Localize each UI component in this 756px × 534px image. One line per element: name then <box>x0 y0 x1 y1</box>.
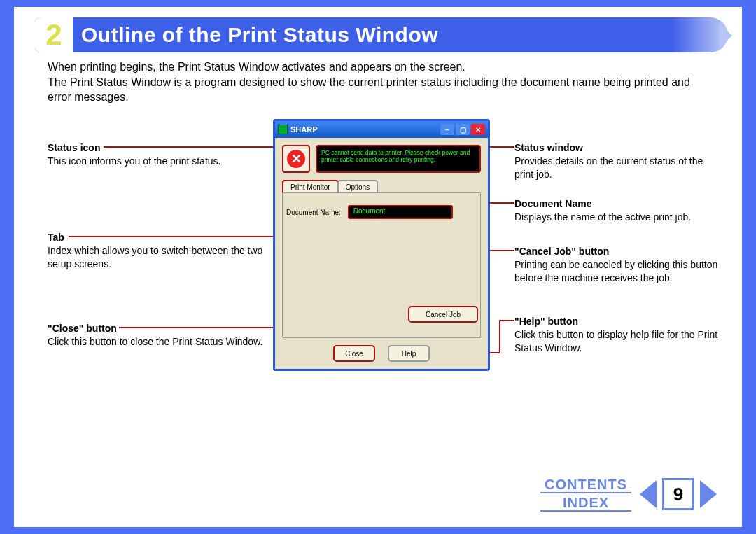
callout-title: Status icon <box>48 142 100 153</box>
leader-line <box>499 320 500 352</box>
callout-title: "Help" button <box>514 316 578 327</box>
section-banner: 2 Outline of the Print Status Window <box>35 17 728 52</box>
intro-p2: The Print Status Window is a program des… <box>48 76 690 104</box>
callout-desc: Click this button to close the Print Sta… <box>48 335 265 349</box>
intro-p1: When printing begins, the Print Status W… <box>48 61 465 73</box>
window-titlebar[interactable]: SHARP – ▢ ✕ <box>275 121 488 138</box>
callout-title: "Close" button <box>48 323 117 334</box>
close-window-button[interactable]: ✕ <box>471 124 485 135</box>
leader-line <box>499 320 514 321</box>
callout-desc: This icon informs you of the print statu… <box>48 155 265 168</box>
tab-bar: Print Monitor Options <box>282 180 377 193</box>
minimize-button[interactable]: – <box>440 124 454 135</box>
intro-text: When printing begins, the Print Status W… <box>48 59 714 105</box>
status-message: PC cannot send data to printer. Please c… <box>316 145 481 173</box>
callout-desc: Click this button to display help file f… <box>514 328 724 355</box>
cancel-job-button[interactable]: Cancel Job <box>408 306 478 323</box>
callout-desc: Printing can be canceled by clicking thi… <box>514 258 724 285</box>
callout-desc: Index which allows you to switch between… <box>48 244 265 271</box>
leader-line <box>104 146 280 148</box>
contents-link[interactable]: CONTENTS <box>540 477 631 493</box>
section-title: Outline of the Print Status Window <box>81 23 438 47</box>
banner-arrow-icon <box>720 23 732 48</box>
document-name-label: Document Name: <box>286 209 341 216</box>
app-icon <box>278 125 288 134</box>
next-page-button[interactable] <box>700 480 717 508</box>
footer-nav: CONTENTS INDEX 9 <box>540 477 717 512</box>
callout-title: Status window <box>514 142 583 153</box>
page-number: 9 <box>662 478 694 510</box>
callout-help: "Help" button Click this button to displ… <box>514 315 724 355</box>
callout-status-icon: Status icon This icon informs you of the… <box>48 141 265 168</box>
index-link[interactable]: INDEX <box>540 495 631 512</box>
status-icon: ✕ <box>282 145 310 173</box>
leader-line <box>69 236 288 237</box>
error-icon: ✕ <box>287 150 305 168</box>
callout-title: Document Name <box>514 198 592 209</box>
maximize-button[interactable]: ▢ <box>456 124 470 135</box>
tab-options[interactable]: Options <box>337 180 378 193</box>
close-button[interactable]: Close <box>333 345 375 362</box>
prev-page-button[interactable] <box>640 480 657 508</box>
callout-desc: Displays the name of the active print jo… <box>514 211 724 224</box>
help-button[interactable]: Help <box>388 345 430 362</box>
callout-status-window: Status window Provides details on the cu… <box>514 141 724 181</box>
callout-document-name: Document Name Displays the name of the a… <box>514 197 724 224</box>
callout-title: Tab <box>48 232 64 243</box>
callout-desc: Provides details on the current status o… <box>514 155 724 181</box>
window-title: SHARP <box>290 125 318 134</box>
callout-cancel-job: "Cancel Job" button Printing can be canc… <box>514 245 724 285</box>
print-status-window: SHARP – ▢ ✕ ✕ PC cannot send data to pri… <box>273 119 490 371</box>
tab-print-monitor[interactable]: Print Monitor <box>282 180 339 193</box>
section-number: 2 <box>35 17 73 52</box>
document-name-field: Document <box>348 205 453 219</box>
callout-title: "Cancel Job" button <box>514 246 609 257</box>
callout-close: "Close" button Click this button to clos… <box>48 322 265 349</box>
